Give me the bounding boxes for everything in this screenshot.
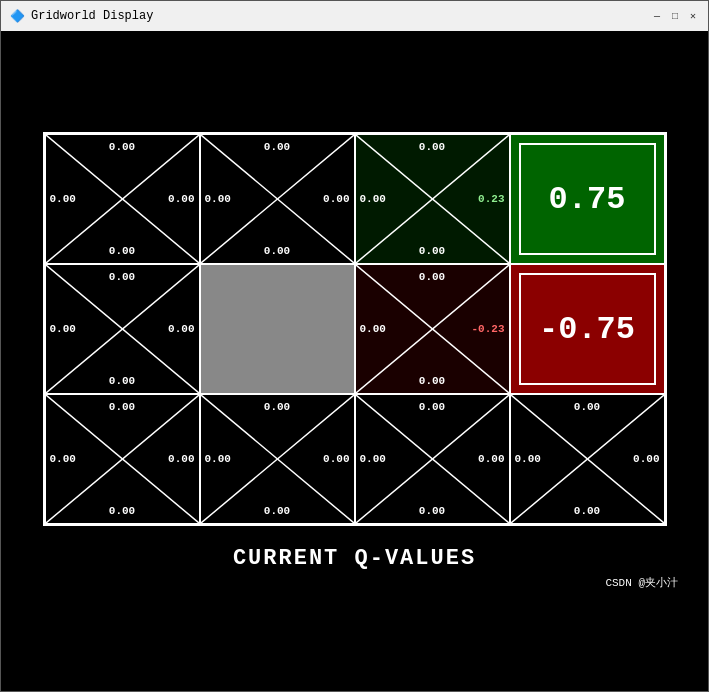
grid-cell-1-3: -0.75 <box>510 264 665 394</box>
cell-value-0-3: 0.75 <box>549 181 626 218</box>
grid-cell-2-1: 0.000.000.000.00 <box>200 394 355 524</box>
grid-cell-1-1 <box>200 264 355 394</box>
cell-0-1-top-value: 0.00 <box>264 141 290 153</box>
maximize-button[interactable]: □ <box>668 9 682 23</box>
cell-0-1-left-value: 0.00 <box>205 193 231 205</box>
cell-2-3-left-value: 0.00 <box>515 453 541 465</box>
window-controls: — □ ✕ <box>650 9 700 23</box>
grid-cell-0-3: 0.75 <box>510 134 665 264</box>
grid-cell-1-2: 0.000.000.00-0.23 <box>355 264 510 394</box>
cell-0-2-left-value: 0.00 <box>360 193 386 205</box>
cell-2-0-right-value: 0.00 <box>168 453 194 465</box>
cell-2-2-top-value: 0.00 <box>419 401 445 413</box>
cell-1-2-right-value: -0.23 <box>471 323 504 335</box>
cell-0-1-bottom-value: 0.00 <box>264 245 290 257</box>
cell-1-2-left-value: 0.00 <box>360 323 386 335</box>
cell-1-0-bottom-value: 0.00 <box>109 375 135 387</box>
main-window: 🔷 Gridworld Display — □ ✕ 0.000.000.000.… <box>0 0 709 692</box>
cell-1-0-top-value: 0.00 <box>109 271 135 283</box>
cell-0-0-top-value: 0.00 <box>109 141 135 153</box>
cell-2-2-left-value: 0.00 <box>360 453 386 465</box>
cell-2-0-bottom-value: 0.00 <box>109 505 135 517</box>
cell-2-1-top-value: 0.00 <box>264 401 290 413</box>
cell-2-3-bottom-value: 0.00 <box>574 505 600 517</box>
cell-2-0-top-value: 0.00 <box>109 401 135 413</box>
grid-cell-2-3: 0.000.000.000.00 <box>510 394 665 524</box>
grid-cell-0-1: 0.000.000.000.00 <box>200 134 355 264</box>
cell-0-0-bottom-value: 0.00 <box>109 245 135 257</box>
cell-0-1-right-value: 0.00 <box>323 193 349 205</box>
cell-2-3-top-value: 0.00 <box>574 401 600 413</box>
cell-value-1-3: -0.75 <box>539 311 635 348</box>
cell-2-3-right-value: 0.00 <box>633 453 659 465</box>
grid-cell-0-0: 0.000.000.000.00 <box>45 134 200 264</box>
cell-2-1-left-value: 0.00 <box>205 453 231 465</box>
grid-cell-2-2: 0.000.000.000.00 <box>355 394 510 524</box>
grid: 0.000.000.000.000.000.000.000.000.000.00… <box>43 132 667 526</box>
cell-2-0-left-value: 0.00 <box>50 453 76 465</box>
cell-2-1-bottom-value: 0.00 <box>264 505 290 517</box>
watermark: CSDN @夹小汁 <box>21 575 688 590</box>
minimize-button[interactable]: — <box>650 9 664 23</box>
window-title: Gridworld Display <box>31 9 650 23</box>
cell-1-0-right-value: 0.00 <box>168 323 194 335</box>
cell-0-0-right-value: 0.00 <box>168 193 194 205</box>
titlebar: 🔷 Gridworld Display — □ ✕ <box>1 1 708 31</box>
grid-cell-2-0: 0.000.000.000.00 <box>45 394 200 524</box>
app-icon: 🔷 <box>9 8 25 24</box>
cell-0-2-right-value: 0.23 <box>478 193 504 205</box>
grid-cell-1-0: 0.000.000.000.00 <box>45 264 200 394</box>
cell-2-1-right-value: 0.00 <box>323 453 349 465</box>
close-button[interactable]: ✕ <box>686 9 700 23</box>
cell-2-2-right-value: 0.00 <box>478 453 504 465</box>
cell-0-2-bottom-value: 0.00 <box>419 245 445 257</box>
caption-label: CURRENT Q-VALUES <box>233 546 476 571</box>
cell-1-0-left-value: 0.00 <box>50 323 76 335</box>
main-content: 0.000.000.000.000.000.000.000.000.000.00… <box>1 31 708 691</box>
cell-1-2-top-value: 0.00 <box>419 271 445 283</box>
cell-0-2-top-value: 0.00 <box>419 141 445 153</box>
grid-cell-0-2: 0.000.000.000.23 <box>355 134 510 264</box>
cell-2-2-bottom-value: 0.00 <box>419 505 445 517</box>
cell-1-2-bottom-value: 0.00 <box>419 375 445 387</box>
cell-0-0-left-value: 0.00 <box>50 193 76 205</box>
